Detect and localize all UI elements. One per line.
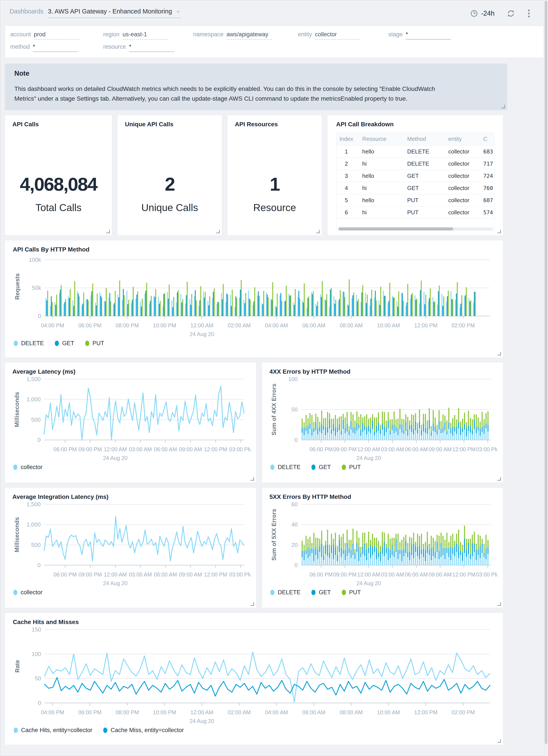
table-cell: 683,9 — [481, 145, 494, 158]
svg-text:08:00 AM: 08:00 AM — [339, 322, 363, 328]
svg-text:06:00 AM: 06:00 AM — [302, 709, 325, 715]
stat-value: 1 — [228, 173, 322, 195]
svg-text:60: 60 — [291, 501, 298, 508]
resize-handle[interactable] — [497, 230, 501, 233]
legend-item[interactable]: DELETE — [270, 464, 300, 471]
resize-handle[interactable] — [497, 352, 501, 355]
resize-handle[interactable] — [106, 230, 110, 233]
legend-item[interactable]: GET — [55, 340, 74, 347]
column-header: entity — [443, 133, 481, 146]
legend-item[interactable]: Cache Miss, entity=collector — [103, 727, 184, 734]
legend-item[interactable]: PUT — [342, 464, 361, 471]
resize-handle[interactable] — [251, 602, 254, 606]
legend-item[interactable]: DELETE — [270, 589, 300, 596]
breakdown-table-wrap: IndexResourceMethodentityC1helloDELETEco… — [336, 133, 494, 231]
svg-text:08:00 PM: 08:00 PM — [116, 322, 139, 328]
page-scrollbar — [544, 0, 548, 756]
svg-text:09:00 AM: 09:00 AM — [179, 446, 202, 452]
filter-label: account — [10, 31, 31, 38]
table-row: 3helloGETcollector724,3 — [336, 170, 494, 182]
chart-legend: DELETEGETPUT — [270, 464, 497, 471]
table-cell: collector — [443, 170, 481, 182]
legend-label: PUT — [93, 340, 104, 347]
column-header: C — [481, 133, 494, 146]
resize-handle[interactable] — [497, 602, 501, 606]
legend-item[interactable]: GET — [311, 464, 331, 471]
svg-text:1,000: 1,000 — [27, 521, 41, 528]
filter-account: accountprod — [10, 31, 103, 40]
svg-text:12:00 AM: 12:00 AM — [357, 571, 380, 578]
legend-label: DELETE — [278, 464, 300, 471]
cache-hits-misses-chart[interactable]: 050100150Rate04:00 PM06:00 PM08:00 PM10:… — [12, 626, 496, 726]
time-range-picker[interactable]: -24h — [470, 10, 495, 17]
table-cell: hi — [356, 206, 401, 218]
legend-item[interactable]: collector — [13, 464, 43, 471]
svg-text:100: 100 — [288, 376, 298, 382]
api-calls-by-method-chart[interactable]: 050k100kRequests04:00 PM06:00 PM08:00 PM… — [12, 253, 496, 339]
table-row: 1helloDELETEcollector683,9 — [336, 145, 494, 158]
4xx-errors-chart[interactable]: 050100Sum of 4XX Errors06:00 PM09:00 PM1… — [269, 376, 497, 463]
svg-text:500: 500 — [31, 416, 41, 423]
filter-bar: accountprodregionus-east-1namespaceaws/a… — [5, 26, 544, 58]
svg-text:12:00 AM: 12:00 AM — [104, 446, 127, 452]
note-panel: Note This dashboard works on detailed Cl… — [5, 63, 507, 110]
svg-text:12:00 PM: 12:00 PM — [414, 709, 437, 715]
table-row: 6hiPUTcollector574,4 — [336, 206, 494, 218]
stat-title: API Resources — [228, 115, 322, 128]
avg-integration-latency-chart[interactable]: 05001,0001,500Milliseconds06:00 PM09:00 … — [12, 501, 251, 588]
refresh-icon[interactable] — [507, 9, 515, 18]
legend-item[interactable]: collector — [13, 589, 43, 596]
resize-handle[interactable] — [497, 739, 501, 743]
page-scrollbar-thumb[interactable] — [545, 1, 547, 744]
svg-text:Requests: Requests — [14, 273, 21, 300]
resize-handle[interactable] — [316, 230, 319, 233]
avg-latency-chart[interactable]: 05001,0001,500Milliseconds06:00 PM09:00 … — [12, 376, 251, 463]
legend-item[interactable]: PUT — [85, 340, 104, 347]
svg-text:02:00 PM: 02:00 PM — [451, 709, 475, 715]
svg-text:0: 0 — [38, 562, 41, 568]
svg-text:0: 0 — [294, 562, 298, 568]
resize-handle[interactable] — [497, 477, 501, 481]
svg-text:1,500: 1,500 — [27, 501, 41, 508]
legend-color-chip — [13, 465, 17, 470]
breadcrumb[interactable]: Dashboards — [10, 8, 43, 15]
filter-value-resource[interactable]: * — [129, 43, 174, 52]
filter-row-1: accountprodregionus-east-1namespaceaws/a… — [10, 31, 543, 40]
resize-handle[interactable] — [251, 477, 254, 481]
legend-label: Cache Hits, entity=collector — [21, 727, 92, 734]
legend-item[interactable]: Cache Hits, entity=collector — [14, 727, 92, 734]
legend-label: collector — [21, 464, 43, 471]
dashboard-title-dropdown[interactable]: 3. AWS API Gateway - Enhanced Monitoring — [48, 8, 181, 18]
svg-text:06:00 PM: 06:00 PM — [78, 322, 102, 328]
filter-label: entity — [298, 31, 312, 38]
legend-item[interactable]: DELETE — [14, 340, 44, 347]
table-cell: 4 — [336, 182, 356, 194]
svg-text:04:00 PM: 04:00 PM — [41, 709, 64, 715]
svg-text:03:00 AM: 03:00 AM — [129, 571, 152, 578]
filter-value-region[interactable]: us-east-1 — [123, 31, 168, 40]
svg-text:500: 500 — [31, 541, 41, 548]
api-call-breakdown-panel: API Call Breakdown IndexResourceMethoden… — [327, 115, 503, 235]
resize-handle[interactable] — [501, 105, 505, 108]
table-scrollbar-thumb[interactable] — [338, 227, 453, 230]
5xx-errors-chart[interactable]: 0204060Sum of 5XX Errors06:00 PM09:00 PM… — [269, 501, 497, 588]
table-row: 2hiDELETEcollector717,1 — [336, 158, 494, 170]
resize-handle[interactable] — [216, 230, 220, 233]
more-options-menu[interactable] — [527, 9, 531, 18]
legend-item[interactable]: PUT — [342, 589, 361, 596]
filter-value-account[interactable]: prod — [34, 31, 79, 40]
svg-text:12:00 PM: 12:00 PM — [204, 446, 227, 452]
svg-text:09:00 AM: 09:00 AM — [179, 571, 202, 578]
svg-text:40: 40 — [291, 521, 298, 528]
filter-value-entity[interactable]: collector — [315, 31, 360, 40]
filter-value-method[interactable]: * — [33, 43, 78, 52]
filter-label: namespace — [193, 31, 224, 38]
stat-label: Total Calls — [5, 202, 112, 213]
svg-text:12:00 AM: 12:00 AM — [357, 446, 380, 452]
filter-value-stage[interactable]: * — [406, 31, 451, 40]
svg-text:Rate: Rate — [14, 660, 21, 673]
legend-item[interactable]: GET — [311, 589, 331, 596]
filter-value-namespace[interactable]: aws/apigateway — [227, 31, 272, 40]
avg-integration-latency-panel: Average Integration Latency (ms) 05001,0… — [5, 488, 257, 608]
table-cell: collector — [443, 145, 481, 158]
